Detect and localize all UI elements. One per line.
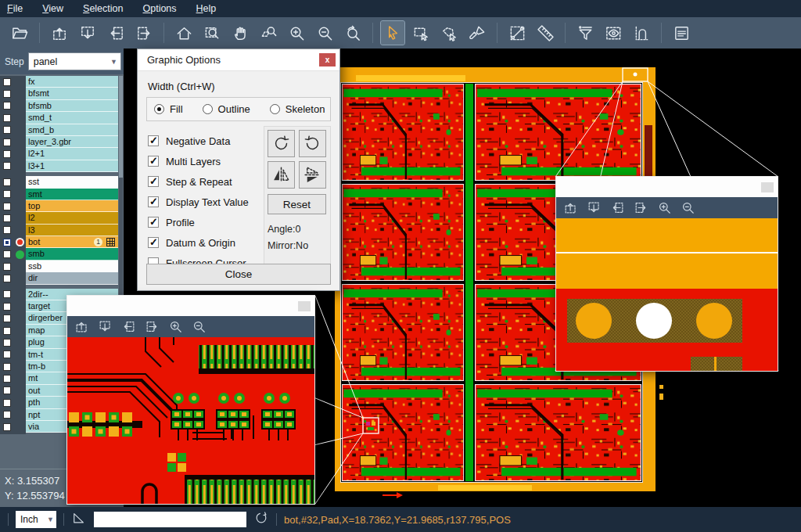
zoom-in-button[interactable] [285, 21, 308, 45]
layer-checkbox[interactable] [3, 399, 11, 407]
menu-options[interactable]: Options [142, 3, 176, 14]
radio-button[interactable] [203, 104, 213, 114]
checkbox[interactable] [148, 135, 159, 146]
layer-checkbox[interactable] [3, 178, 11, 186]
layer-checkbox[interactable] [3, 126, 11, 134]
layer-name[interactable]: ssb [26, 261, 118, 272]
option-datum-origin[interactable]: Datum & Origin [148, 232, 249, 253]
brush-button[interactable] [465, 21, 489, 45]
layer-name[interactable]: dir [26, 272, 118, 284]
radio-outline[interactable]: Outline [203, 103, 250, 115]
layer-checkbox[interactable] [3, 363, 11, 371]
dialog-title-bar[interactable]: Graphic Options x [138, 49, 339, 71]
layer-name[interactable]: smd_b [26, 124, 118, 136]
pan-left-icon[interactable] [121, 319, 136, 334]
report-button[interactable] [670, 21, 693, 45]
layer-checkbox[interactable] [3, 214, 11, 222]
layer-checkbox[interactable] [3, 339, 11, 347]
option-display-text-value[interactable]: Display Text Value [148, 192, 249, 212]
zoom-out-icon[interactable] [681, 200, 695, 215]
layer-checkbox[interactable] [3, 423, 11, 431]
zoom-in-icon[interactable] [168, 319, 183, 334]
view-options-button[interactable] [602, 21, 625, 45]
rotate-cw-button[interactable] [268, 130, 295, 157]
pan-down-icon[interactable] [587, 200, 602, 215]
polygon-select-button[interactable] [437, 21, 461, 45]
layer-name[interactable]: bfsmt [26, 88, 118, 99]
layer-checkbox[interactable] [3, 350, 11, 358]
reset-button[interactable]: Reset [268, 194, 326, 214]
ruler-button[interactable] [533, 21, 557, 45]
layer-checkbox[interactable] [3, 263, 11, 271]
layer-grid-icon[interactable] [106, 238, 115, 246]
checkbox[interactable] [148, 217, 159, 228]
close-button[interactable]: Close [146, 264, 331, 285]
layer-checkbox[interactable] [3, 138, 11, 146]
radio-button[interactable] [154, 104, 164, 114]
layer-name[interactable]: smd_t [26, 112, 118, 124]
pan-right-icon[interactable] [634, 200, 648, 215]
pan-down-icon[interactable] [98, 319, 113, 334]
layer-name[interactable]: smt [26, 189, 118, 200]
mirror-horizontal-button[interactable] [268, 161, 295, 189]
layer-name[interactable]: l2+1 [26, 148, 118, 160]
layer-checkbox[interactable] [3, 162, 11, 170]
layer-checkbox[interactable] [3, 239, 11, 246]
popup-window-button[interactable] [761, 182, 774, 192]
layer-checkbox[interactable] [3, 290, 11, 298]
radio-skeleton[interactable]: Skeleton [270, 103, 325, 115]
step-select[interactable]: panel ▼ [28, 52, 121, 70]
layer-name[interactable]: l3+1 [26, 160, 118, 172]
menu-file[interactable]: File [7, 3, 23, 14]
option-profile[interactable]: Profile [148, 212, 249, 232]
scrollbar-thumb[interactable] [119, 76, 123, 178]
layer-name[interactable]: sst [26, 176, 118, 188]
layer-checkbox[interactable] [3, 250, 11, 258]
unit-select[interactable]: Inch ▼ [16, 511, 56, 528]
rectangle-select-button[interactable] [409, 21, 433, 45]
command-input[interactable] [94, 512, 246, 527]
pan-down-button[interactable] [76, 21, 99, 45]
refresh-button[interactable] [253, 510, 269, 529]
layer-checkbox[interactable] [3, 375, 11, 383]
layer-checkbox[interactable] [3, 114, 11, 122]
layer-name[interactable]: top [26, 200, 118, 212]
zoom-window-button[interactable] [200, 21, 224, 45]
layer-checkbox[interactable] [3, 411, 11, 419]
select-cursor-button[interactable] [381, 21, 404, 45]
zoom-object-button[interactable] [257, 21, 280, 45]
popup-title-bar[interactable] [67, 296, 314, 316]
pan-up-icon[interactable] [74, 319, 89, 334]
layer-name[interactable]: l3 [26, 225, 118, 236]
checkbox[interactable] [148, 156, 159, 167]
zoom-in-icon[interactable] [657, 200, 672, 215]
snap-button[interactable] [630, 21, 653, 45]
menu-help[interactable]: Help [196, 3, 217, 14]
dialog-close-button[interactable]: x [319, 53, 336, 66]
option-negative-data[interactable]: Negative Data [148, 131, 249, 151]
menu-view[interactable]: View [42, 3, 63, 14]
layer-checkbox[interactable] [3, 327, 11, 335]
pan-right-icon[interactable] [145, 319, 160, 334]
checkbox[interactable] [148, 196, 159, 207]
filter-button[interactable] [573, 21, 597, 45]
layer-name[interactable]: bot1 [26, 236, 118, 248]
layer-name[interactable]: smb [26, 248, 118, 260]
popup-pcb-view[interactable] [67, 337, 314, 504]
angle-tool-button[interactable] [71, 510, 87, 529]
menu-selection[interactable]: Selection [83, 3, 123, 14]
layer-checkbox[interactable] [3, 226, 11, 234]
zoom-out-icon[interactable] [192, 319, 207, 334]
checkbox[interactable] [148, 237, 159, 248]
checkbox[interactable] [148, 176, 159, 187]
layer-name[interactable]: fx [26, 76, 118, 88]
mirror-vertical-button[interactable] [299, 161, 326, 189]
pan-up-icon[interactable] [563, 200, 578, 215]
layer-name[interactable]: layer_3.gbr [26, 136, 118, 148]
layer-checkbox[interactable] [3, 190, 11, 198]
radio-button[interactable] [270, 104, 280, 114]
zoom-out-button[interactable] [313, 21, 336, 45]
pan-right-button[interactable] [132, 21, 156, 45]
home-view-button[interactable] [172, 21, 196, 45]
layer-checkbox[interactable] [3, 90, 11, 98]
